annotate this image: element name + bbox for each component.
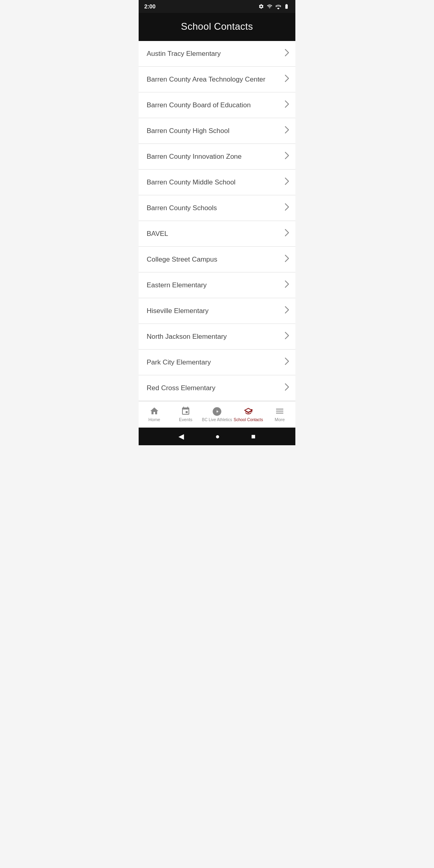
chevron-right-icon	[285, 332, 289, 341]
contact-name: Barren County Schools	[147, 204, 217, 212]
contact-name: Barren County Middle School	[147, 178, 235, 186]
contact-name: BAVEL	[147, 230, 168, 238]
status-icons	[258, 4, 290, 9]
more-icon	[275, 406, 285, 416]
athletics-icon	[212, 407, 222, 416]
contact-item[interactable]: Barren County High School	[139, 118, 295, 144]
contact-name: Park City Elementary	[147, 358, 211, 366]
android-nav-bar: ◀ ● ■	[139, 428, 295, 445]
contact-item[interactable]: Austin Tracy Elementary	[139, 41, 295, 67]
contact-name: Barren County High School	[147, 127, 229, 135]
contact-name: North Jackson Elementary	[147, 333, 227, 341]
chevron-right-icon	[285, 152, 289, 161]
nav-label-bc-live-athletics: BC Live Athletics	[202, 418, 232, 422]
home-icon	[149, 406, 159, 416]
android-back-button[interactable]: ◀	[178, 432, 184, 441]
android-recent-button[interactable]: ■	[251, 432, 256, 441]
contact-name: Austin Tracy Elementary	[147, 50, 221, 58]
contact-item[interactable]: College Street Campus	[139, 247, 295, 272]
nav-label-home: Home	[148, 417, 160, 422]
chevron-right-icon	[285, 49, 289, 58]
nav-item-home[interactable]: Home	[139, 405, 170, 424]
android-home-button[interactable]: ●	[215, 432, 220, 441]
events-icon	[181, 406, 190, 416]
contact-item[interactable]: Red Cross Elementary	[139, 375, 295, 401]
status-time: 2:00	[144, 3, 156, 10]
chevron-right-icon	[285, 203, 289, 213]
bottom-nav: Home Events BC Live Athletics School Con…	[139, 401, 295, 428]
contact-item[interactable]: Barren County Schools	[139, 195, 295, 221]
contact-item[interactable]: Hiseville Elementary	[139, 298, 295, 324]
battery-icon	[283, 4, 290, 9]
nav-item-bc-live-athletics[interactable]: BC Live Athletics	[201, 405, 233, 424]
contact-item[interactable]: North Jackson Elementary	[139, 324, 295, 350]
contact-item[interactable]: Eastern Elementary	[139, 272, 295, 298]
contact-name: Red Cross Elementary	[147, 384, 215, 392]
svg-rect-2	[251, 409, 252, 411]
contact-item[interactable]: Barren County Innovation Zone	[139, 144, 295, 170]
contact-name: Barren County Area Technology Center	[147, 76, 265, 84]
chevron-right-icon	[285, 358, 289, 367]
contact-name: Eastern Elementary	[147, 281, 207, 289]
contact-item[interactable]: Barren County Area Technology Center	[139, 67, 295, 92]
contact-item[interactable]: Barren County Board of Education	[139, 92, 295, 118]
chevron-right-icon	[285, 255, 289, 264]
contact-item[interactable]: Park City Elementary	[139, 350, 295, 375]
contact-name: Barren County Innovation Zone	[147, 153, 242, 161]
nav-item-events[interactable]: Events	[170, 405, 201, 424]
chevron-right-icon	[285, 229, 289, 238]
nav-item-more[interactable]: More	[264, 405, 295, 424]
chevron-right-icon	[285, 178, 289, 187]
status-bar: 2:00	[139, 0, 295, 13]
chevron-right-icon	[285, 383, 289, 393]
nav-label-events: Events	[179, 417, 192, 422]
contact-item[interactable]: BAVEL	[139, 221, 295, 247]
settings-icon	[258, 4, 264, 9]
contact-name: Barren County Board of Education	[147, 101, 251, 109]
chevron-right-icon	[285, 280, 289, 290]
school-contacts-icon	[244, 407, 253, 416]
nav-label-more: More	[274, 417, 285, 422]
page-title: School Contacts	[145, 21, 289, 32]
chevron-right-icon	[285, 126, 289, 135]
signal-icon	[275, 4, 281, 9]
nav-label-school-contacts: School Contacts	[234, 418, 263, 422]
wifi-icon	[266, 4, 273, 9]
nav-item-school-contacts[interactable]: School Contacts	[233, 405, 264, 424]
contact-item[interactable]: Barren County Middle School	[139, 170, 295, 195]
page-header: School Contacts	[139, 13, 295, 41]
chevron-right-icon	[285, 75, 289, 84]
contact-name: Hiseville Elementary	[147, 307, 209, 315]
contact-list: Austin Tracy ElementaryBarren County Are…	[139, 41, 295, 401]
contact-name: College Street Campus	[147, 256, 217, 264]
chevron-right-icon	[285, 306, 289, 315]
chevron-right-icon	[285, 100, 289, 110]
